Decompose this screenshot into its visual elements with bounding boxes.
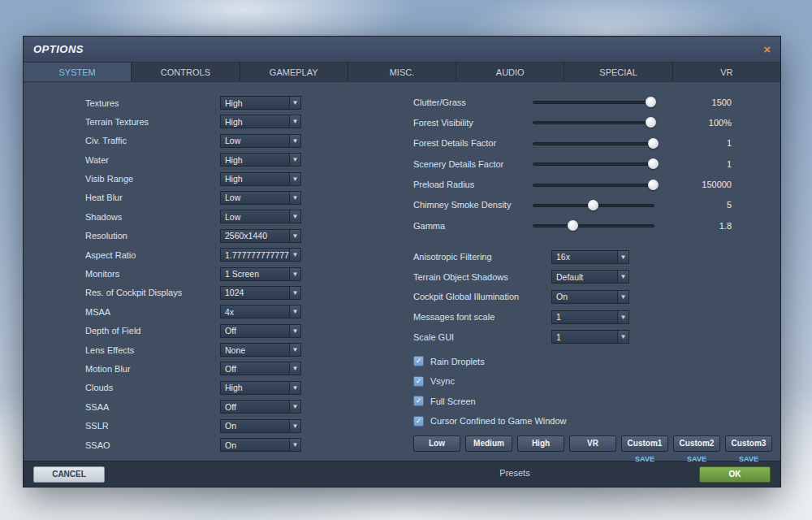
- title-bar: OPTIONS ×: [24, 37, 780, 63]
- setting-dropdown[interactable]: None ▼: [220, 343, 301, 357]
- slider-row: Gamma 1.8: [413, 219, 738, 232]
- spacer: [413, 350, 738, 356]
- tab[interactable]: AUDIO: [456, 63, 564, 81]
- setting-dropdown[interactable]: Low ▼: [220, 134, 301, 148]
- slider-handle[interactable]: [646, 97, 656, 107]
- preset-save-link[interactable]: SAVE: [621, 455, 668, 463]
- chevron-down-icon: ▼: [289, 210, 300, 223]
- slider[interactable]: [533, 115, 654, 129]
- slider-handle[interactable]: [588, 200, 598, 210]
- preset-label: Custom1: [628, 439, 663, 448]
- slider-track[interactable]: [533, 101, 654, 104]
- tab[interactable]: GAMEPLAY: [240, 63, 348, 81]
- slider[interactable]: [533, 198, 654, 212]
- left-settings-column: Textures High ▼ Terrain Textures High ▼: [85, 96, 329, 457]
- slider-handle[interactable]: [648, 180, 659, 190]
- setting-dropdown[interactable]: 1 Screen ▼: [220, 267, 301, 281]
- setting-dropdown[interactable]: 1.7777777777778 ▼: [220, 248, 301, 262]
- slider[interactable]: [533, 219, 654, 232]
- setting-dropdown[interactable]: Off ▼: [220, 324, 301, 338]
- slider-track[interactable]: [533, 121, 654, 124]
- slider[interactable]: [533, 178, 654, 192]
- chevron-down-icon: ▼: [289, 154, 300, 166]
- preset-save-link[interactable]: SAVE: [673, 455, 720, 463]
- slider-handle[interactable]: [646, 117, 656, 128]
- presets-caption: Presets: [413, 468, 616, 478]
- cancel-button[interactable]: CANCEL: [33, 466, 105, 483]
- dropdown-value: 16x: [552, 252, 617, 262]
- preset-button[interactable]: Custom2: [673, 436, 720, 452]
- chevron-down-icon: ▼: [289, 439, 300, 451]
- setting-dropdown[interactable]: Low ▼: [220, 191, 301, 205]
- tab[interactable]: CONTROLS: [132, 63, 240, 81]
- setting-dropdown[interactable]: 1024 ▼: [220, 286, 301, 300]
- setting-dropdown[interactable]: 4x ▼: [220, 305, 301, 318]
- preset-button[interactable]: Custom3: [725, 436, 772, 452]
- slider-track[interactable]: [533, 224, 654, 228]
- setting-dropdown[interactable]: High ▼: [220, 153, 301, 167]
- chevron-down-icon: ▼: [289, 115, 300, 128]
- setting-dropdown[interactable]: Off ▼: [220, 400, 301, 414]
- tab[interactable]: SPECIAL: [564, 63, 672, 81]
- setting-row: Resolution 2560x1440 ▼: [85, 229, 329, 243]
- slider-handle[interactable]: [648, 158, 659, 169]
- slider-value: 1500: [654, 98, 738, 107]
- setting-row: Terrain Textures High ▼: [85, 115, 329, 128]
- dropdown-value: 1.7777777777778: [221, 250, 289, 260]
- checkbox[interactable]: ✓: [413, 376, 424, 387]
- slider[interactable]: [533, 157, 654, 171]
- tab-bar: SYSTEM CONTROLS GAMEPLAY MISC. AUDIO SPE…: [24, 63, 780, 82]
- setting-dropdown[interactable]: Default ▼: [551, 270, 629, 284]
- setting-dropdown[interactable]: On ▼: [551, 290, 629, 304]
- checkbox-label: Full Screen: [430, 396, 476, 406]
- preset-button[interactable]: Medium: [465, 436, 512, 452]
- setting-label: SSAO: [85, 440, 220, 450]
- preset-button[interactable]: Low: [413, 436, 460, 452]
- dropdown-value: Off: [221, 402, 289, 412]
- dropdown-value: 4x: [221, 307, 289, 317]
- dropdown-value: High: [221, 117, 289, 127]
- slider-handle[interactable]: [568, 220, 578, 231]
- slider-track[interactable]: [533, 142, 654, 145]
- chevron-down-icon: ▼: [289, 135, 300, 147]
- slider[interactable]: [533, 136, 654, 150]
- setting-dropdown[interactable]: High ▼: [220, 172, 301, 186]
- setting-row: Lens Effects None ▼: [85, 343, 329, 357]
- tab-label: SYSTEM: [59, 67, 96, 77]
- checkbox-row: ✓ Vsync: [413, 375, 738, 387]
- setting-dropdown[interactable]: High ▼: [220, 96, 301, 110]
- preset-button[interactable]: Custom1: [621, 436, 668, 452]
- checkbox[interactable]: ✓: [413, 416, 424, 427]
- setting-dropdown[interactable]: 2560x1440 ▼: [220, 229, 301, 243]
- setting-dropdown[interactable]: 16x ▼: [551, 250, 629, 264]
- checkbox[interactable]: ✓: [413, 356, 424, 366]
- setting-dropdown[interactable]: Low ▼: [220, 210, 301, 223]
- setting-dropdown[interactable]: Off ▼: [220, 362, 301, 375]
- tab-label: MISC.: [390, 67, 415, 77]
- setting-row: SSAO On ▼: [85, 438, 329, 452]
- setting-dropdown[interactable]: High ▼: [220, 115, 301, 128]
- setting-dropdown[interactable]: High ▼: [220, 381, 301, 395]
- chevron-down-icon: ▼: [289, 97, 300, 109]
- right-dropdown-group: Anisotropic Filtering 16x ▼ Terrain Obje…: [413, 250, 738, 344]
- setting-row: Clouds High ▼: [85, 381, 329, 395]
- tab[interactable]: MISC.: [348, 63, 456, 81]
- slider-track[interactable]: [533, 162, 654, 166]
- checkbox[interactable]: ✓: [413, 396, 424, 406]
- slider[interactable]: [533, 95, 654, 109]
- setting-label: MSAA: [85, 307, 220, 317]
- close-icon[interactable]: ×: [763, 43, 771, 55]
- slider-handle[interactable]: [648, 138, 659, 149]
- setting-dropdown[interactable]: 1 ▼: [551, 310, 629, 324]
- tab[interactable]: SYSTEM: [24, 63, 132, 81]
- preset-save-link[interactable]: SAVE: [725, 455, 772, 463]
- dropdown-value: Low: [221, 212, 289, 222]
- preset-button[interactable]: High: [517, 436, 564, 452]
- setting-dropdown[interactable]: On ▼: [220, 419, 301, 433]
- setting-dropdown[interactable]: 1 ▼: [551, 330, 629, 344]
- tab[interactable]: VR: [673, 63, 780, 81]
- setting-dropdown[interactable]: On ▼: [220, 438, 301, 452]
- dropdown-value: On: [221, 421, 289, 431]
- slider-track[interactable]: [533, 184, 654, 187]
- preset-button[interactable]: VR: [569, 436, 616, 452]
